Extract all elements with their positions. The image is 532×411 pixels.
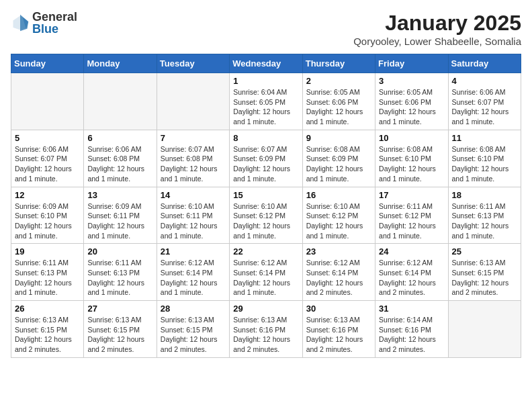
calendar-cell: [84, 73, 157, 130]
calendar-cell: 4Sunrise: 6:06 AM Sunset: 6:07 PM Daylig…: [448, 73, 521, 130]
calendar-week-row: 1Sunrise: 6:04 AM Sunset: 6:05 PM Daylig…: [11, 73, 521, 130]
calendar-cell: 17Sunrise: 6:11 AM Sunset: 6:12 PM Dayli…: [375, 187, 448, 244]
day-number: 4: [452, 76, 517, 86]
day-info: Sunrise: 6:13 AM Sunset: 6:15 PM Dayligh…: [15, 315, 80, 355]
calendar-cell: 1Sunrise: 6:04 AM Sunset: 6:05 PM Daylig…: [230, 73, 302, 130]
day-number: 20: [87, 246, 152, 257]
day-info: Sunrise: 6:11 AM Sunset: 6:13 PM Dayligh…: [452, 201, 517, 241]
calendar-cell: 28Sunrise: 6:13 AM Sunset: 6:15 PM Dayli…: [157, 301, 229, 358]
day-number: 3: [379, 76, 444, 86]
calendar-cell: 11Sunrise: 6:08 AM Sunset: 6:10 PM Dayli…: [448, 130, 521, 187]
day-number: 7: [161, 133, 226, 143]
day-info: Sunrise: 6:11 AM Sunset: 6:12 PM Dayligh…: [379, 201, 444, 241]
calendar-cell: 31Sunrise: 6:14 AM Sunset: 6:16 PM Dayli…: [375, 301, 448, 358]
calendar-cell: [157, 73, 229, 130]
day-number: 14: [161, 190, 226, 200]
day-number: 13: [87, 190, 152, 200]
day-info: Sunrise: 6:07 AM Sunset: 6:08 PM Dayligh…: [161, 144, 226, 184]
calendar-cell: 27Sunrise: 6:13 AM Sunset: 6:15 PM Dayli…: [84, 301, 157, 358]
day-info: Sunrise: 6:11 AM Sunset: 6:13 PM Dayligh…: [87, 258, 152, 298]
day-number: 12: [15, 190, 80, 200]
day-info: Sunrise: 6:04 AM Sunset: 6:05 PM Dayligh…: [233, 87, 298, 127]
calendar-cell: 16Sunrise: 6:10 AM Sunset: 6:12 PM Dayli…: [302, 187, 375, 244]
calendar-cell: 24Sunrise: 6:12 AM Sunset: 6:14 PM Dayli…: [375, 244, 448, 301]
day-number: 2: [306, 76, 371, 86]
calendar-cell: 29Sunrise: 6:13 AM Sunset: 6:16 PM Dayli…: [230, 301, 302, 358]
day-info: Sunrise: 6:06 AM Sunset: 6:07 PM Dayligh…: [452, 87, 517, 127]
day-info: Sunrise: 6:11 AM Sunset: 6:13 PM Dayligh…: [15, 258, 80, 298]
weekday-header-friday: Friday: [375, 54, 448, 73]
day-info: Sunrise: 6:09 AM Sunset: 6:11 PM Dayligh…: [87, 201, 152, 241]
weekday-header-wednesday: Wednesday: [230, 54, 302, 73]
day-info: Sunrise: 6:13 AM Sunset: 6:15 PM Dayligh…: [452, 258, 517, 298]
page-header: General Blue January 2025 Qoryooley, Low…: [11, 11, 521, 47]
weekday-header-row: SundayMondayTuesdayWednesdayThursdayFrid…: [11, 54, 521, 73]
calendar-cell: 21Sunrise: 6:12 AM Sunset: 6:14 PM Dayli…: [157, 244, 229, 301]
day-number: 19: [15, 246, 80, 257]
calendar-cell: 14Sunrise: 6:10 AM Sunset: 6:11 PM Dayli…: [157, 187, 229, 244]
day-info: Sunrise: 6:08 AM Sunset: 6:10 PM Dayligh…: [379, 144, 444, 184]
day-number: 24: [379, 246, 444, 257]
day-info: Sunrise: 6:10 AM Sunset: 6:12 PM Dayligh…: [306, 201, 371, 241]
day-number: 6: [87, 133, 152, 143]
calendar-cell: 7Sunrise: 6:07 AM Sunset: 6:08 PM Daylig…: [157, 130, 229, 187]
calendar-cell: 15Sunrise: 6:10 AM Sunset: 6:12 PM Dayli…: [230, 187, 302, 244]
calendar-cell: 13Sunrise: 6:09 AM Sunset: 6:11 PM Dayli…: [84, 187, 157, 244]
calendar-cell: 23Sunrise: 6:12 AM Sunset: 6:14 PM Dayli…: [302, 244, 375, 301]
day-info: Sunrise: 6:14 AM Sunset: 6:16 PM Dayligh…: [379, 315, 444, 355]
calendar-cell: 10Sunrise: 6:08 AM Sunset: 6:10 PM Dayli…: [375, 130, 448, 187]
weekday-header-tuesday: Tuesday: [157, 54, 229, 73]
calendar-cell: 5Sunrise: 6:06 AM Sunset: 6:07 PM Daylig…: [11, 130, 84, 187]
day-number: 11: [452, 133, 517, 143]
day-info: Sunrise: 6:12 AM Sunset: 6:14 PM Dayligh…: [379, 258, 444, 298]
calendar-cell: 6Sunrise: 6:06 AM Sunset: 6:08 PM Daylig…: [84, 130, 157, 187]
day-info: Sunrise: 6:05 AM Sunset: 6:06 PM Dayligh…: [306, 87, 371, 127]
calendar-cell: [448, 301, 521, 358]
calendar-week-row: 5Sunrise: 6:06 AM Sunset: 6:07 PM Daylig…: [11, 130, 521, 187]
day-number: 9: [306, 133, 371, 143]
calendar-cell: 20Sunrise: 6:11 AM Sunset: 6:13 PM Dayli…: [84, 244, 157, 301]
calendar-table: SundayMondayTuesdayWednesdayThursdayFrid…: [11, 54, 521, 358]
day-number: 27: [87, 304, 152, 314]
day-number: 21: [161, 246, 226, 257]
calendar-cell: 9Sunrise: 6:08 AM Sunset: 6:09 PM Daylig…: [302, 130, 375, 187]
calendar-week-row: 26Sunrise: 6:13 AM Sunset: 6:15 PM Dayli…: [11, 301, 521, 358]
calendar-week-row: 12Sunrise: 6:09 AM Sunset: 6:10 PM Dayli…: [11, 187, 521, 244]
logo-general: General: [32, 11, 77, 23]
calendar-cell: [11, 73, 84, 130]
weekday-header-monday: Monday: [84, 54, 157, 73]
weekday-header-saturday: Saturday: [448, 54, 521, 73]
day-number: 26: [15, 304, 80, 314]
location-title: Qoryooley, Lower Shabeelle, Somalia: [353, 36, 521, 47]
logo-text: General Blue: [32, 11, 77, 35]
calendar-cell: 18Sunrise: 6:11 AM Sunset: 6:13 PM Dayli…: [448, 187, 521, 244]
month-title: January 2025: [353, 11, 521, 36]
calendar-cell: 19Sunrise: 6:11 AM Sunset: 6:13 PM Dayli…: [11, 244, 84, 301]
day-number: 29: [233, 304, 298, 314]
day-number: 8: [233, 133, 298, 143]
day-number: 30: [306, 304, 371, 314]
day-info: Sunrise: 6:13 AM Sunset: 6:16 PM Dayligh…: [233, 315, 298, 355]
logo-blue: Blue: [32, 23, 77, 35]
day-info: Sunrise: 6:10 AM Sunset: 6:11 PM Dayligh…: [161, 201, 226, 241]
calendar-cell: 2Sunrise: 6:05 AM Sunset: 6:06 PM Daylig…: [302, 73, 375, 130]
day-number: 5: [15, 133, 80, 143]
day-info: Sunrise: 6:12 AM Sunset: 6:14 PM Dayligh…: [306, 258, 371, 298]
svg-marker-2: [20, 15, 28, 32]
day-info: Sunrise: 6:07 AM Sunset: 6:09 PM Dayligh…: [233, 144, 298, 184]
title-area: January 2025 Qoryooley, Lower Shabeelle,…: [353, 11, 521, 47]
calendar-cell: 26Sunrise: 6:13 AM Sunset: 6:15 PM Dayli…: [11, 301, 84, 358]
calendar-cell: 12Sunrise: 6:09 AM Sunset: 6:10 PM Dayli…: [11, 187, 84, 244]
day-number: 1: [233, 76, 298, 86]
day-number: 17: [379, 190, 444, 200]
calendar-week-row: 19Sunrise: 6:11 AM Sunset: 6:13 PM Dayli…: [11, 244, 521, 301]
calendar-cell: 3Sunrise: 6:05 AM Sunset: 6:06 PM Daylig…: [375, 73, 448, 130]
day-info: Sunrise: 6:06 AM Sunset: 6:07 PM Dayligh…: [15, 144, 80, 184]
weekday-header-sunday: Sunday: [11, 54, 84, 73]
day-number: 23: [306, 246, 371, 257]
calendar-cell: 25Sunrise: 6:13 AM Sunset: 6:15 PM Dayli…: [448, 244, 521, 301]
day-info: Sunrise: 6:09 AM Sunset: 6:10 PM Dayligh…: [15, 201, 80, 241]
day-info: Sunrise: 6:12 AM Sunset: 6:14 PM Dayligh…: [233, 258, 298, 298]
day-info: Sunrise: 6:10 AM Sunset: 6:12 PM Dayligh…: [233, 201, 298, 241]
day-number: 22: [233, 246, 298, 257]
